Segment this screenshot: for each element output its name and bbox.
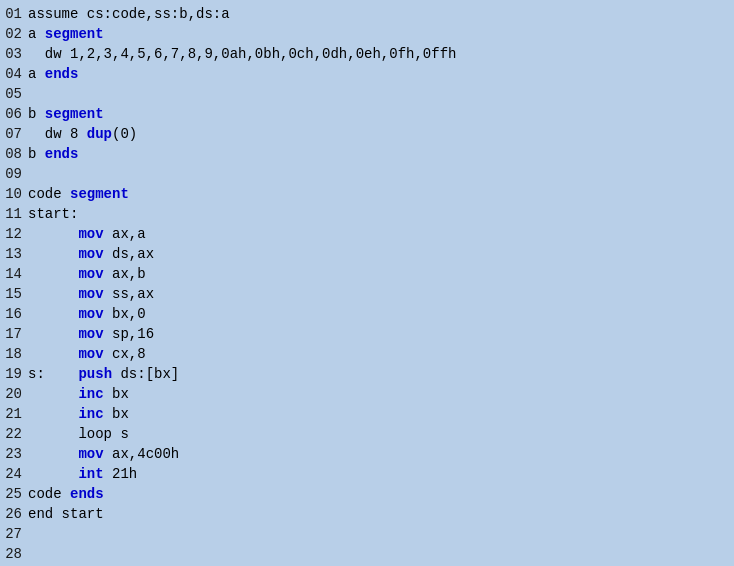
line-content: a ends [28, 64, 734, 84]
token: start: [28, 206, 78, 222]
token: bx [104, 406, 129, 422]
line-content: mov cx,8 [28, 344, 734, 364]
line-number: 06 [0, 104, 28, 124]
line-number: 15 [0, 284, 28, 304]
line-content [28, 544, 734, 564]
line-number: 26 [0, 504, 28, 524]
line-content: s: push ds:[bx] [28, 364, 734, 384]
code-line: 23 mov ax,4c00h [0, 444, 734, 464]
token: sp,16 [104, 326, 154, 342]
line-number: 23 [0, 444, 28, 464]
line-content: dw 1,2,3,4,5,6,7,8,9,0ah,0bh,0ch,0dh,0eh… [28, 44, 734, 64]
code-line: 17 mov sp,16 [0, 324, 734, 344]
code-line: 13 mov ds,ax [0, 244, 734, 264]
line-content: b segment [28, 104, 734, 124]
token: segment [70, 186, 129, 202]
token: loop s [28, 426, 129, 442]
token [28, 406, 78, 422]
token: mov [78, 246, 103, 262]
token: end start [28, 506, 104, 522]
line-number: 21 [0, 404, 28, 424]
token: mov [78, 306, 103, 322]
token: mov [78, 266, 103, 282]
line-number: 22 [0, 424, 28, 444]
code-line: 07 dw 8 dup(0) [0, 124, 734, 144]
token: int [78, 466, 103, 482]
token: push [78, 366, 112, 382]
token [28, 266, 78, 282]
code-line: 19s: push ds:[bx] [0, 364, 734, 384]
token: code [28, 486, 70, 502]
code-editor: 01assume cs:code,ss:b,ds:a02a segment03 … [0, 0, 734, 566]
token: mov [78, 346, 103, 362]
code-line: 08b ends [0, 144, 734, 164]
token [28, 346, 78, 362]
line-number: 01 [0, 4, 28, 24]
line-content: inc bx [28, 384, 734, 404]
line-number: 24 [0, 464, 28, 484]
token: b [28, 106, 45, 122]
token: ss,ax [104, 286, 154, 302]
token [28, 446, 78, 462]
token [28, 386, 78, 402]
token: cs:code,ss:b,ds:a [87, 6, 230, 22]
code-line: 22 loop s [0, 424, 734, 444]
code-line: 01assume cs:code,ss:b,ds:a [0, 4, 734, 24]
line-content: b ends [28, 144, 734, 164]
line-content: mov sp,16 [28, 324, 734, 344]
code-line: 24 int 21h [0, 464, 734, 484]
code-line: 25code ends [0, 484, 734, 504]
line-content: dw 8 dup(0) [28, 124, 734, 144]
token [28, 466, 78, 482]
token: dw 1,2,3,4,5,6,7,8,9,0ah,0bh,0ch,0dh,0eh… [28, 46, 456, 62]
line-content: code segment [28, 184, 734, 204]
code-line: 06b segment [0, 104, 734, 124]
token: (0) [112, 126, 137, 142]
token: inc [78, 386, 103, 402]
token: ends [45, 66, 79, 82]
code-line: 10code segment [0, 184, 734, 204]
line-content: start: [28, 204, 734, 224]
token: mov [78, 326, 103, 342]
token: code [28, 186, 70, 202]
line-content: mov ax,a [28, 224, 734, 244]
token [28, 326, 78, 342]
token: ends [45, 146, 79, 162]
code-line: 21 inc bx [0, 404, 734, 424]
code-line: 02a segment [0, 24, 734, 44]
line-content: mov ss,ax [28, 284, 734, 304]
code-line: 16 mov bx,0 [0, 304, 734, 324]
line-content: int 21h [28, 464, 734, 484]
line-number: 05 [0, 84, 28, 104]
token: inc [78, 406, 103, 422]
token: dw 8 [28, 126, 87, 142]
token: ends [70, 486, 104, 502]
line-number: 09 [0, 164, 28, 184]
token: mov [78, 446, 103, 462]
token: cx,8 [104, 346, 146, 362]
code-line: 12 mov ax,a [0, 224, 734, 244]
token: segment [45, 26, 104, 42]
line-number: 16 [0, 304, 28, 324]
line-number: 18 [0, 344, 28, 364]
token: ax,b [104, 266, 146, 282]
token: ds,ax [104, 246, 154, 262]
line-number: 25 [0, 484, 28, 504]
code-line: 15 mov ss,ax [0, 284, 734, 304]
token [28, 226, 78, 242]
token: bx,0 [104, 306, 146, 322]
line-content: code ends [28, 484, 734, 504]
line-content: inc bx [28, 404, 734, 424]
line-number: 10 [0, 184, 28, 204]
token: ax,4c00h [104, 446, 180, 462]
line-number: 12 [0, 224, 28, 244]
line-number: 04 [0, 64, 28, 84]
token: mov [78, 226, 103, 242]
line-content [28, 84, 734, 104]
line-number: 19 [0, 364, 28, 384]
token [28, 286, 78, 302]
token: bx [104, 386, 129, 402]
code-line: 18 mov cx,8 [0, 344, 734, 364]
code-line: 09 [0, 164, 734, 184]
line-content: assume cs:code,ss:b,ds:a [28, 4, 734, 24]
